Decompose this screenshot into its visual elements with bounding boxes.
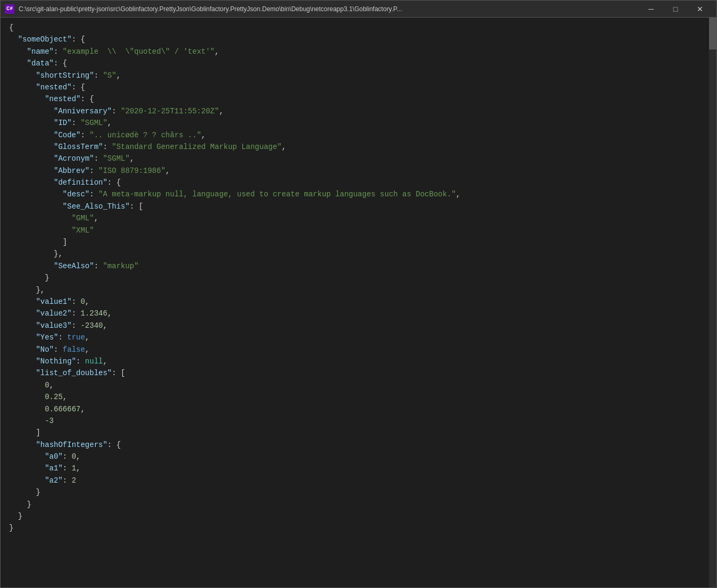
code-line: "list_of_doubles": [ [1, 367, 716, 379]
code-line: "a0": 0, [1, 451, 716, 462]
close-button[interactable]: ✕ [688, 1, 712, 18]
window-title: C:\src\git-alan-public\pretty-json\src\G… [19, 5, 635, 13]
code-line: "XML" [1, 225, 716, 236]
code-line: "definition": { [1, 177, 716, 188]
vertical-scrollbar[interactable] [709, 18, 716, 587]
code-line: } [1, 486, 716, 498]
code-line: ] [1, 427, 716, 438]
code-line: "Anniversary": "2020-12-25T11:55:20Z", [1, 105, 716, 117]
code-line: } [1, 510, 716, 522]
code-line: "Nothing": null, [1, 355, 716, 367]
code-line: { [1, 22, 716, 34]
code-line: "value1": 0, [1, 296, 716, 308]
code-line: "Acronym": "SGML", [1, 153, 716, 164]
window-controls: ─ □ ✕ [639, 1, 712, 18]
code-line: 0.25, [1, 391, 716, 403]
code-line: "See_Also_This": [ [1, 201, 716, 212]
code-line: "hashOfIntegers": { [1, 439, 716, 451]
code-line: 0, [1, 379, 716, 391]
maximize-button[interactable]: □ [663, 1, 688, 18]
code-line: "ID": "SGML", [1, 117, 716, 129]
code-line: }, [1, 284, 716, 296]
code-line: "desc": "A meta-markup null, language, u… [1, 188, 716, 200]
code-line: "nested": { [1, 81, 716, 93]
content-area: { "someObject": { "name": "example \\ \"… [1, 18, 716, 587]
minimize-button[interactable]: ─ [639, 1, 663, 18]
code-line: "a2": 2 [1, 475, 716, 486]
code-line: "Code": ".. unicødè ? ? chârs ..", [1, 129, 716, 141]
code-line: "No": false, [1, 344, 716, 355]
code-line: "Yes": true, [1, 332, 716, 343]
code-line: ] [1, 236, 716, 248]
scrollbar-thumb[interactable] [709, 18, 716, 49]
code-line: 0.666667, [1, 403, 716, 415]
title-bar: C# C:\src\git-alan-public\pretty-json\sr… [1, 1, 716, 18]
code-line: "GML", [1, 212, 716, 224]
code-line: } [1, 499, 716, 510]
code-line: } [1, 522, 716, 534]
code-line: "shortString": "S", [1, 70, 716, 81]
code-line: "name": "example \\ \"quoted\" / 'text'"… [1, 46, 716, 57]
code-line: "data": { [1, 57, 716, 69]
code-line: "a1": 1, [1, 462, 716, 474]
code-line: "GlossTerm": "Standard Generalized Marku… [1, 141, 716, 153]
code-line: "someObject": { [1, 34, 716, 45]
code-line: } [1, 272, 716, 284]
code-line: -3 [1, 415, 716, 427]
code-line: "Abbrev": "ISO 8879:1986", [1, 165, 716, 177]
code-line: "value3": -2340, [1, 320, 716, 332]
main-window: C# C:\src\git-alan-public\pretty-json\sr… [0, 0, 717, 588]
code-line: "nested": { [1, 93, 716, 105]
app-icon: C# [5, 4, 14, 14]
code-line: "SeeAlso": "markup" [1, 260, 716, 272]
code-line: "value2": 1.2346, [1, 308, 716, 319]
code-line: }, [1, 248, 716, 260]
code-display[interactable]: { "someObject": { "name": "example \\ \"… [1, 18, 716, 587]
